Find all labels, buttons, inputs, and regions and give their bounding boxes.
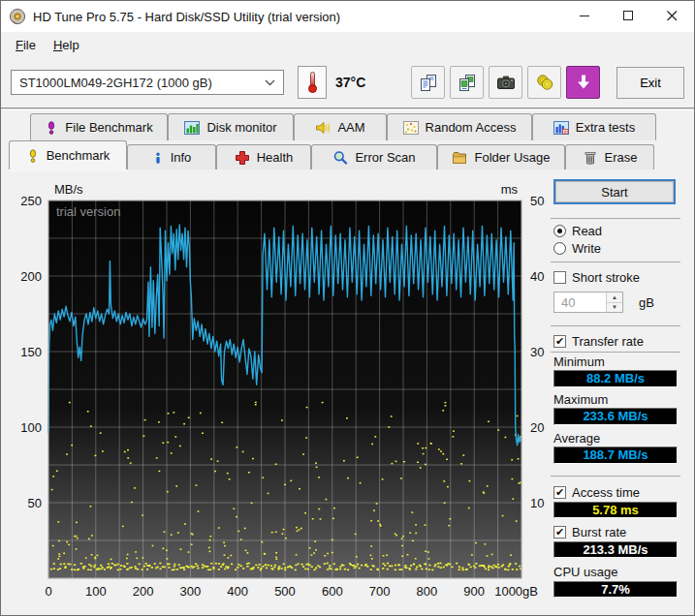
tab-label: Folder Usage [474,150,550,165]
tab-extra-tests[interactable]: Extra tests [532,113,656,140]
toolbar-buttons: Exit [411,66,684,99]
access-time-label: Access time [572,485,640,500]
menu-help[interactable]: Help [45,34,88,56]
tab-folder-usage[interactable]: Folder Usage [437,144,565,169]
separator [551,325,680,326]
svg-text:trial version: trial version [56,204,120,219]
maximum-label: Maximum [553,392,608,407]
copy-text-button[interactable] [411,66,445,99]
copy-image-button[interactable] [450,66,484,99]
maximize-icon [623,11,634,21]
separator [551,262,680,262]
tab-label: Extra tests [576,120,635,135]
tab-label: File Benchmark [65,120,152,135]
tab-label: Info [171,150,192,165]
tab-disk-monitor[interactable]: Disk monitor [168,113,294,140]
stepper-up-button[interactable]: ▲ [607,293,622,303]
svg-text:10: 10 [530,496,544,510]
copy-text-icon [418,72,439,93]
svg-text:500: 500 [274,584,296,599]
svg-text:800: 800 [417,584,438,599]
svg-text:20: 20 [530,420,544,435]
exit-button[interactable]: Exit [616,67,684,99]
tab-info[interactable]: Info [127,144,216,169]
burst-rate-value: 213.3 MB/s [553,541,678,558]
tab-file-benchmark[interactable]: File Benchmark [30,113,168,140]
read-radio[interactable]: Read [553,224,602,238]
benchmark-controls: Start Read Write Short stroke 40 ▲ ▼ [550,169,687,613]
svg-text:150: 150 [20,345,42,359]
download-arrow-icon [573,72,594,93]
access-time-checkbox[interactable]: ✔ Access time [553,485,640,500]
tab-label: Health [257,150,294,165]
tab-row-lower: Benchmark Info Health Error Scan Folder … [1,140,694,169]
coins-icon [534,72,555,93]
access-time-value: 5.78 ms [553,502,678,518]
stepper-down-button[interactable]: ▼ [607,303,622,313]
tab-health[interactable]: Health [216,144,311,169]
svg-text:100: 100 [85,584,107,599]
benchmark-panel: trial versionMB/sms250200150100505040302… [1,169,694,616]
random-access-icon [403,120,419,136]
svg-text:400: 400 [227,584,248,599]
short-stroke-checkbox[interactable]: Short stroke [553,270,640,285]
tab-label: Random Access [426,120,517,135]
svg-text:50: 50 [28,496,42,510]
separator [551,476,680,477]
svg-text:200: 200 [20,269,42,284]
minimize-button[interactable] [563,1,607,31]
menu-file[interactable]: File [7,34,45,56]
transfer-rate-label: Transfer rate [572,334,644,349]
minimize-icon [580,11,590,21]
svg-text:900: 900 [463,584,485,599]
checkbox-checked-icon: ✔ [553,486,566,499]
tab-benchmark[interactable]: Benchmark [9,140,127,169]
start-button[interactable]: Start [553,179,676,204]
tab-random-access[interactable]: Random Access [387,113,532,140]
chevron-down-icon [265,79,275,86]
folder-icon [452,150,467,166]
coins-button[interactable] [527,66,561,99]
save-download-button[interactable] [566,66,600,99]
tab-erase[interactable]: Erase [565,144,654,169]
tab-label: Disk monitor [206,120,276,135]
short-stroke-size-stepper[interactable]: 40 ▲ ▼ [553,292,623,313]
temperature-value: 37°C [335,75,365,90]
camera-icon [495,72,517,93]
tab-aam[interactable]: AAM [294,113,387,140]
svg-text:0: 0 [45,584,51,599]
burst-rate-checkbox[interactable]: ✔ Burst rate [553,525,626,539]
average-label: Average [553,431,600,446]
title-bar: HD Tune Pro 5.75 - Hard Disk/SSD Utility… [1,1,694,32]
separator [551,218,680,219]
transfer-rate-checkbox[interactable]: ✔ Transfer rate [553,334,644,349]
svg-text:40: 40 [530,269,544,284]
maximize-button[interactable] [607,1,650,31]
separator [551,352,680,353]
write-radio[interactable]: Write [553,241,601,256]
benchmark-chart: trial versionMB/sms250200150100505040302… [1,175,546,611]
close-icon [667,11,678,21]
file-benchmark-icon [45,120,58,136]
svg-text:250: 250 [20,194,42,208]
close-button[interactable] [650,1,694,31]
info-icon [152,150,164,166]
radio-unselected-icon [553,242,566,255]
svg-text:MB/s: MB/s [54,182,83,197]
trash-icon [583,150,598,166]
temperature-indicator [298,66,327,99]
drive-select-value: ST1000LM049-2GH172 (1000 gB) [19,76,212,90]
app-window: HD Tune Pro 5.75 - Hard Disk/SSD Utility… [0,0,695,616]
disk-monitor-icon [184,120,200,136]
speaker-icon [315,120,331,136]
screenshot-button[interactable] [489,66,522,99]
short-stroke-size-value: 40 [554,293,606,312]
minimum-value: 88.2 MB/s [553,370,678,387]
svg-text:200: 200 [133,584,154,599]
benchmark-icon [26,148,40,164]
tab-label: AAM [337,120,364,135]
thermometer-icon [309,72,316,93]
drive-select[interactable]: ST1000LM049-2GH172 (1000 gB) [11,70,284,95]
magnifier-icon [332,150,348,166]
tab-error-scan[interactable]: Error Scan [311,144,437,169]
